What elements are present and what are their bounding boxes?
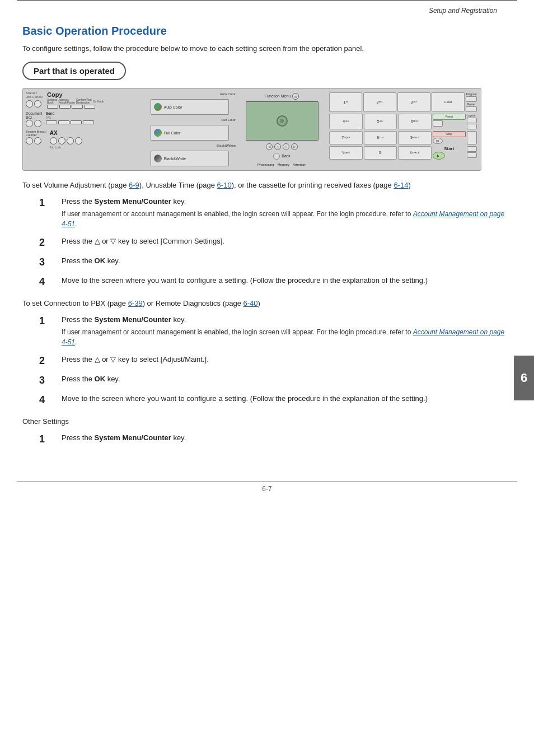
status-btn2[interactable]: [34, 100, 41, 108]
key-7[interactable]: 7PQRS: [329, 131, 363, 144]
key-0[interactable]: 0.: [364, 146, 397, 160]
on-hook-btn[interactable]: [84, 105, 95, 109]
doc-box-btn[interactable]: [26, 120, 33, 127]
send-btn1[interactable]: [46, 120, 57, 124]
auto-color-label: Auto Color: [164, 105, 182, 109]
step-2-2-content: Press the △ or ▽ key to select [Adjust/M…: [62, 355, 512, 367]
send-btn3[interactable]: [71, 120, 82, 124]
step-2-1-note: If user management or account management…: [62, 327, 512, 347]
back-label: Back: [282, 154, 291, 158]
step-1-1-content: Press the System Menu/Counter key. If us…: [62, 197, 512, 229]
logout-btn2[interactable]: [467, 124, 477, 129]
send-label: Send: [46, 111, 94, 115]
extra-btn[interactable]: [467, 131, 477, 144]
back-circle[interactable]: [273, 153, 280, 160]
steps-group-1: 1 Press the System Menu/Counter key. If …: [22, 197, 512, 288]
key-1[interactable]: 1@: [329, 92, 362, 112]
logout-btn[interactable]: [467, 118, 477, 123]
key-2[interactable]: 2ABC: [363, 92, 396, 112]
step-3-1-content: Press the System Menu/Counter key.: [62, 433, 512, 445]
send-btn2[interactable]: [58, 120, 69, 124]
step-2-1-number: 1: [34, 315, 62, 327]
step-1-1-main: Press the System Menu/Counter key.: [62, 197, 512, 206]
reset-btn[interactable]: Reset: [433, 114, 466, 120]
bw-label: Black&White: [164, 157, 186, 161]
step-2-1-content: Press the System Menu/Counter key. If us…: [62, 315, 512, 347]
key-6[interactable]: 6MNO: [398, 114, 432, 129]
function-menu-label: Function Menu: [265, 94, 291, 98]
header-title: Setup and Registration: [17, 4, 517, 15]
step-2-3-main: Press the OK key.: [62, 375, 512, 383]
program-btn[interactable]: [466, 96, 477, 102]
step-2-3-content: Press the OK key.: [62, 375, 512, 386]
addr-recall-btn[interactable]: [59, 105, 71, 109]
step-1-3-number: 3: [34, 256, 62, 268]
panel-left-section: Status /Job Cancel Copy AddressBook: [26, 91, 140, 167]
clear-key[interactable]: Clear: [432, 92, 465, 112]
doc-box-btn2[interactable]: [34, 120, 41, 127]
sys-menu-btn[interactable]: [26, 137, 33, 144]
page-number: 6-7: [0, 485, 534, 498]
step-1-1: 1 Press the System Menu/Counter key. If …: [34, 197, 512, 229]
top-rule: Setup and Registration: [17, 0, 517, 15]
down-arrow-btn[interactable]: ▽: [283, 143, 289, 150]
extra-btn2[interactable]: [467, 146, 477, 152]
step-1-3-main: Press the OK key.: [62, 256, 512, 265]
operated-label: Part that is operated: [34, 66, 115, 76]
link-6-39[interactable]: 6-39: [128, 299, 143, 307]
step-1-2: 2 Press the △ or ▽ key to select [Common…: [34, 237, 512, 249]
link-6-40[interactable]: 6-40: [243, 299, 258, 307]
left-arrow-btn[interactable]: ◁: [266, 143, 273, 150]
step-2-4-content: Move to the screen where you want to con…: [62, 394, 512, 406]
key-8[interactable]: 8TUV: [364, 131, 397, 144]
full-color-label: Full Color: [164, 131, 181, 135]
status-btn[interactable]: [26, 100, 33, 108]
step-2-4-number: 4: [34, 394, 62, 406]
step-2-2-main: Press the △ or ▽ key to select [Adjust/M…: [62, 355, 512, 363]
link-6-10[interactable]: 6-10: [217, 181, 232, 189]
context2-text: To set Connection to PBX (page 6-39) or …: [22, 299, 512, 307]
memory-label: Memory: [278, 163, 290, 166]
link-6-14[interactable]: 6-14: [394, 181, 408, 189]
page-container: Setup and Registration Basic Operation P…: [0, 0, 534, 756]
right-arrow-btn[interactable]: ▷: [291, 143, 298, 150]
step-2-3: 3 Press the OK key.: [34, 375, 512, 386]
step-1-1-number: 1: [34, 197, 62, 209]
link-6-9[interactable]: 6-9: [129, 181, 139, 189]
send-btn4[interactable]: [83, 120, 94, 124]
addr-book-btn[interactable]: [47, 105, 58, 109]
ax-btn1[interactable]: [50, 137, 57, 144]
key-9[interactable]: 9WXYZ: [398, 131, 432, 144]
stop-btn[interactable]: Stop: [433, 131, 466, 137]
start-btn[interactable]: ⏵: [433, 152, 445, 160]
program-label: Program: [466, 92, 477, 96]
step-2-1-main: Press the System Menu/Counter key.: [62, 315, 512, 324]
sys-menu-btn2[interactable]: [34, 137, 41, 144]
power-btn[interactable]: [466, 106, 477, 112]
key-hash[interactable]: #SPACE: [398, 146, 432, 160]
confirm-btn[interactable]: [72, 105, 83, 109]
key-5[interactable]: 5JKL: [364, 114, 397, 129]
step-1-4: 4 Move to the screen where you want to c…: [34, 276, 512, 288]
auto-color-btn[interactable]: Auto Color: [151, 99, 229, 115]
step-3-1-number: 1: [34, 433, 62, 445]
step-1-1-note: If user management or account management…: [62, 209, 512, 229]
step-2-4: 4 Move to the screen where you want to c…: [34, 394, 512, 406]
bw-btn[interactable]: Black&White: [151, 151, 229, 166]
link-acct-mgmt-2[interactable]: Account Management on page 4-51: [62, 328, 504, 346]
link-acct-mgmt-1[interactable]: Account Management on page 4-51: [62, 210, 504, 228]
extra-btn3[interactable]: [467, 152, 477, 158]
up-arrow-btn[interactable]: △: [274, 143, 281, 150]
key-star[interactable]: */SAVE: [329, 146, 363, 160]
ax-btn2[interactable]: [58, 137, 65, 144]
intro-text: To configure settings, follow the proced…: [22, 44, 512, 53]
step-2-3-number: 3: [34, 375, 62, 386]
ax-btn4[interactable]: [75, 137, 82, 144]
chapter-badge: 6: [514, 356, 534, 400]
key-4[interactable]: 4GHI: [329, 114, 363, 129]
step-1-4-content: Move to the screen where you want to con…: [62, 276, 512, 288]
full-color-btn[interactable]: Full Color: [151, 125, 229, 141]
step-2-2-number: 2: [34, 355, 62, 367]
key-3[interactable]: 3DEF: [397, 92, 430, 112]
ax-btn3[interactable]: [67, 137, 74, 144]
